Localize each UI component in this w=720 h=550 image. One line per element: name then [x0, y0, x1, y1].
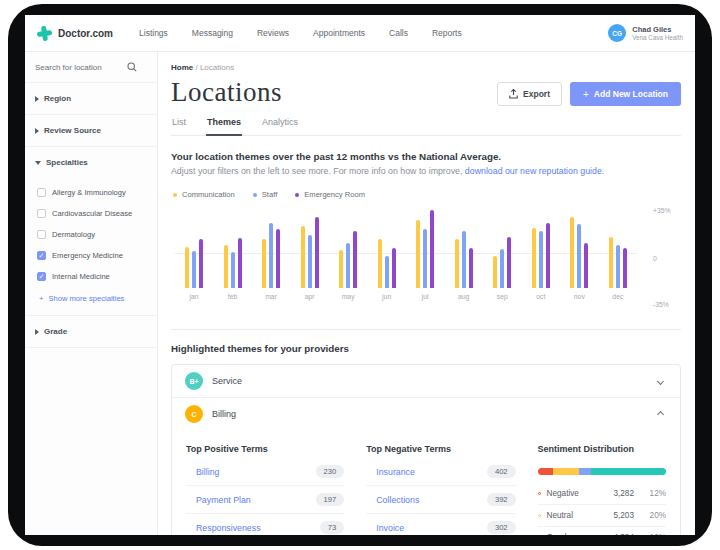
checkbox-checked[interactable]: ✓ — [37, 272, 46, 281]
plus-icon: + — [39, 294, 43, 303]
count-badge: 392 — [487, 493, 516, 506]
tab-list[interactable]: List — [171, 117, 187, 135]
sidebar-section-review-source[interactable]: Review Source — [25, 115, 157, 147]
section-label: Grade — [44, 327, 67, 336]
chart-group-nov: nov — [568, 205, 590, 300]
negative-term-row: Insurance 402 — [366, 458, 515, 486]
reputation-guide-link[interactable]: download our new reputation guide. — [465, 166, 604, 176]
doctor-com-logo-icon — [36, 25, 53, 42]
breadcrumb: Home / Locations — [171, 63, 681, 72]
specialty-dermatology[interactable]: Dermatology — [25, 224, 157, 245]
sidebar-section-region[interactable]: Region — [25, 83, 157, 115]
checkbox-unchecked[interactable] — [37, 188, 46, 197]
breadcrumb-home[interactable]: Home — [171, 63, 193, 72]
grade-badge-service: B+ — [185, 372, 203, 390]
nav-item-messaging[interactable]: Messaging — [192, 28, 233, 38]
bar-communication-apr — [301, 226, 305, 288]
search-icon — [127, 62, 137, 72]
bar-staff-apr — [308, 235, 312, 288]
specialty-internal-medicine[interactable]: ✓ Internal Medicine — [25, 266, 157, 287]
chart-group-may: may — [337, 205, 359, 300]
brand[interactable]: Doctor.com — [37, 26, 113, 41]
month-label-oct: oct — [536, 293, 545, 300]
tab-analytics[interactable]: Analytics — [261, 117, 299, 135]
top-negative-terms: Top Negative Terms Insurance 402 Collect… — [366, 438, 515, 535]
tablet-frame: Doctor.com Listings Messaging Reviews Ap… — [8, 4, 712, 546]
bar-emergency-room-jun — [392, 248, 396, 288]
themes-chart-bars: janfebmaraprmayjunjulaugsepoctnovdec — [175, 205, 637, 300]
bar-communication-nov — [570, 217, 574, 288]
legend-communication: Communication — [173, 190, 235, 199]
count-badge: 402 — [487, 465, 516, 478]
month-label-aug: aug — [458, 293, 469, 300]
show-more-specialties-link[interactable]: + Show more specialties — [25, 287, 157, 307]
export-icon — [509, 89, 518, 99]
avatar: CG — [608, 24, 626, 42]
term-link-invoice[interactable]: Invoice — [376, 523, 404, 533]
specialty-allergy-immunology[interactable]: Allergy & Immunology — [25, 182, 157, 203]
bar-staff-may — [346, 243, 350, 288]
positive-term-row: Billing 230 — [186, 458, 344, 486]
section-label: Specialties — [46, 158, 88, 167]
top-positive-terms: Top Positive Terms Billing 230 Payment P… — [186, 438, 344, 535]
checkbox-unchecked[interactable] — [37, 209, 46, 218]
nav-item-reviews[interactable]: Reviews — [257, 28, 289, 38]
month-label-dec: dec — [612, 293, 623, 300]
chevron-up-icon — [657, 410, 664, 417]
tab-themes[interactable]: Themes — [206, 117, 242, 136]
bar-staff-mar — [269, 223, 273, 288]
export-button[interactable]: Export — [497, 82, 562, 106]
term-link-responsiveness[interactable]: Responsiveness — [196, 523, 261, 533]
bar-communication-oct — [532, 228, 536, 289]
checkbox-checked[interactable]: ✓ — [37, 251, 46, 260]
bar-emergency-room-jan — [199, 239, 203, 288]
chart-group-feb: feb — [222, 205, 244, 300]
nav-item-listings[interactable]: Listings — [139, 28, 168, 38]
bar-emergency-room-may — [353, 231, 357, 288]
term-link-collections[interactable]: Collections — [376, 495, 419, 505]
sentiment-segment-negative — [538, 468, 553, 475]
sentiment-row-neutral: Neutral 5,203 20% — [538, 505, 666, 527]
top-nav: Doctor.com Listings Messaging Reviews Ap… — [25, 15, 695, 52]
checkbox-unchecked[interactable] — [37, 230, 46, 239]
bar-staff-nov — [577, 224, 581, 288]
nav-item-appointments[interactable]: Appointments — [313, 28, 365, 38]
section-label: Region — [44, 94, 71, 103]
page-title: Locations — [171, 77, 282, 108]
sidebar-section-specialties[interactable]: Specialties — [25, 147, 157, 178]
nav-item-calls[interactable]: Calls — [389, 28, 408, 38]
legend-dot-communication-icon — [173, 193, 177, 197]
sidebar-section-grade[interactable]: Grade — [25, 316, 157, 348]
bar-staff-aug — [462, 231, 466, 288]
axis-label-bottom: -35% — [653, 301, 669, 308]
month-label-may: may — [342, 293, 355, 300]
specialty-emergency-medicine[interactable]: ✓ Emergency Medicine — [25, 245, 157, 266]
term-link-insurance[interactable]: Insurance — [376, 467, 415, 477]
specialty-cardiovascular-disease[interactable]: Cardiovascular Disease — [25, 203, 157, 224]
month-label-apr: apr — [305, 293, 315, 300]
breadcrumb-current: Locations — [200, 63, 234, 72]
user-menu[interactable]: CG Chad Giles Vena Cava Health — [608, 24, 683, 42]
chevron-right-icon — [35, 96, 39, 102]
filter-sidebar: Region Review Source Specialties Allergy… — [25, 52, 158, 535]
search-input[interactable] — [35, 63, 127, 72]
positive-term-row: Payment Plan 197 — [186, 486, 344, 514]
sentiment-segment-neutral — [553, 468, 579, 475]
chevron-right-icon — [35, 329, 39, 335]
brand-name: Doctor.com — [58, 28, 113, 39]
chart-group-jan: jan — [183, 205, 205, 300]
sentiment-title: Sentiment Distribution — [538, 438, 666, 458]
positive-term-row: Responsiveness 73 — [186, 514, 344, 535]
chart-group-dec: dec — [607, 205, 629, 300]
accordion-service[interactable]: B+ Service — [172, 365, 680, 398]
nav-item-reports[interactable]: Reports — [432, 28, 462, 38]
main-content: Home / Locations Locations Export + Add … — [158, 52, 695, 535]
bar-emergency-room-jul — [430, 210, 434, 288]
sentiment-dot-negative-icon — [538, 492, 541, 495]
term-link-payment-plan[interactable]: Payment Plan — [196, 495, 251, 505]
location-search — [25, 52, 157, 83]
accordion-billing[interactable]: C Billing — [172, 398, 680, 430]
bar-staff-jan — [192, 251, 196, 288]
add-new-location-button[interactable]: + Add New Location — [570, 82, 681, 106]
term-link-billing[interactable]: Billing — [196, 467, 219, 477]
